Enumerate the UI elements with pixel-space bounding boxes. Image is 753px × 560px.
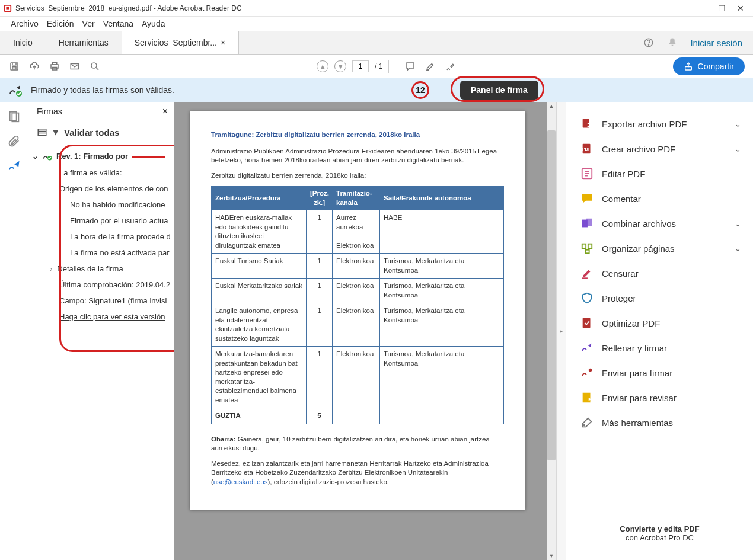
tool-label: Comentar: [602, 194, 641, 204]
sig-row-viewversion[interactable]: Haga clic para ver esta versión: [28, 309, 174, 325]
redacted-signer-name: [132, 153, 165, 159]
page-current-input[interactable]: [352, 60, 369, 72]
cell-channel: Aurrez aurrekoaElektronikoa: [333, 210, 380, 254]
scroll-thumb[interactable]: [547, 130, 556, 460]
sig-row-field: Campo: Signature1 (firma invisi: [28, 293, 174, 309]
signin-link[interactable]: Iniciar sesión: [690, 38, 742, 48]
close-window-button[interactable]: ✕: [736, 4, 745, 13]
share-button[interactable]: Compartir: [673, 57, 745, 75]
tool-enviar-para-revisar[interactable]: Enviar para revisar: [566, 385, 753, 410]
tool-crear-archivo-pdf[interactable]: PDF Crear archivo PDF ⌄: [566, 136, 753, 161]
tool-label: Organizar páginas: [602, 244, 675, 254]
scroll-down-arrow[interactable]: ▼: [547, 553, 556, 559]
tab-tools[interactable]: Herramientas: [46, 31, 122, 54]
tool-combinar-archivos[interactable]: Combinar archivos ⌄: [566, 211, 753, 236]
validate-all-row[interactable]: ▾ Validar todas: [28, 121, 174, 143]
right-tools-panel: Exportar archivo PDF ⌄PDF Crear archivo …: [566, 102, 753, 560]
menu-archivo[interactable]: Archivo: [11, 19, 39, 28]
vertical-scrollbar[interactable]: ▲ ▼: [547, 102, 556, 560]
cell-service: Merkataritza-banaketaren prestakuntzan b…: [212, 347, 307, 408]
right-panel-collapse-handle[interactable]: ▸: [556, 102, 566, 560]
page-down-icon[interactable]: ▼: [334, 60, 346, 72]
doc-p1: Administrazio Publikoen Administrazio Pr…: [211, 147, 504, 165]
tool-comentar[interactable]: Comentar: [566, 186, 753, 211]
menu-ayuda[interactable]: Ayuda: [142, 19, 165, 28]
svg-rect-26: [585, 250, 589, 254]
tool-censurar[interactable]: Censurar: [566, 261, 753, 286]
attachment-icon[interactable]: [8, 135, 21, 148]
cell-count: 1: [307, 254, 333, 279]
menu-ver[interactable]: Ver: [82, 19, 95, 28]
page-nav: ▲ ▼ / 1: [317, 60, 389, 73]
tool-editar-pdf[interactable]: Editar PDF: [566, 161, 753, 186]
sign-pen-icon[interactable]: [445, 60, 457, 72]
tab-tools-label: Herramientas: [59, 38, 109, 47]
tool-enviar-para-firmar[interactable]: Enviar para firmar: [566, 360, 753, 385]
print-icon[interactable]: [49, 60, 60, 72]
upgrade-promo[interactable]: Convierte y edita PDF con Acrobat Pro DC: [566, 516, 753, 551]
sig-row-notactive: La firma no está activada par: [28, 245, 174, 261]
tool-icon: [580, 391, 594, 404]
cell-dept: Turismoa, Merkataritza eta Kontsumoa: [380, 303, 504, 347]
scroll-up-arrow[interactable]: ▲: [547, 103, 556, 109]
svg-point-4: [649, 44, 649, 45]
tool-icon: PDF: [580, 142, 594, 155]
bell-icon[interactable]: [666, 37, 678, 49]
cell-dept: HABE: [380, 210, 504, 254]
chevron-down-icon: ⌄: [735, 145, 741, 153]
page-up-icon[interactable]: ▲: [317, 60, 328, 72]
close-panel-icon[interactable]: ×: [162, 106, 168, 117]
signature-panel-button[interactable]: Panel de firma: [460, 81, 538, 100]
tab-home[interactable]: Inicio: [0, 31, 46, 54]
cell-dept: Turismoa, Merkataritza eta Kontsumoa: [380, 347, 504, 408]
upgrade-line1: Convierte y edita PDF: [572, 524, 747, 533]
doc-footer-email[interactable]: use@euskadi.eus: [213, 478, 268, 485]
tool-icon: [580, 167, 594, 180]
chevron-down-icon: ⌄: [735, 244, 741, 253]
search-icon[interactable]: [89, 60, 101, 72]
annotation-badge-12: 12: [411, 81, 429, 99]
sig-row-details[interactable]: ›Detalles de la firma: [28, 261, 174, 277]
signature-panel-icon[interactable]: [8, 160, 21, 173]
sig-row-signedby: Firmado por el usuario actua: [28, 213, 174, 229]
sig-row-details-label: Detalles de la firma: [57, 264, 123, 273]
minimize-button[interactable]: —: [698, 4, 707, 13]
close-tab-icon[interactable]: ×: [221, 38, 225, 47]
save-icon[interactable]: [8, 60, 20, 72]
tool-m-s-herramientas[interactable]: Más herramientas: [566, 410, 753, 435]
document-area: Tramitagune: Zerbitzu digitalizatu berri…: [174, 102, 556, 560]
cell-count: 1: [307, 303, 333, 347]
comment-bubble-icon[interactable]: [404, 60, 416, 72]
tab-document[interactable]: Servicios_Septiembr... ×: [122, 31, 239, 54]
email-icon[interactable]: [69, 60, 81, 72]
rev1-title-row[interactable]: ⌄ Rev. 1: Firmado por: [28, 147, 174, 165]
cell-dept: Turismoa, Merkataritza eta Kontsumoa: [380, 254, 504, 279]
chevron-right-icon: ›: [50, 264, 52, 273]
tool-icon: [580, 316, 594, 329]
cloud-upload-icon[interactable]: [28, 60, 40, 72]
signature-valid-small-icon: [42, 151, 53, 161]
tool-icon: [580, 341, 594, 354]
doc-note-bold: Oharra:: [211, 436, 236, 443]
help-icon[interactable]: [643, 37, 655, 49]
tool-icon: [580, 292, 594, 305]
tool-rellenar-y-firmar[interactable]: Rellenar y firmar: [566, 335, 753, 360]
tool-proteger[interactable]: Proteger: [566, 286, 753, 311]
tool-label: Combinar archivos: [602, 219, 676, 229]
th-count: [Proz. zk.]: [307, 187, 333, 210]
svg-point-11: [91, 63, 97, 68]
tool-exportar-archivo-pdf[interactable]: Exportar archivo PDF ⌄: [566, 111, 753, 136]
tool-icon: [580, 117, 594, 130]
maximize-button[interactable]: ☐: [717, 4, 726, 13]
thumbnails-icon[interactable]: [8, 110, 21, 123]
cell-channel: [333, 408, 380, 424]
menu-ventana[interactable]: Ventana: [103, 19, 133, 28]
tool-organizar-p-ginas[interactable]: Organizar páginas ⌄: [566, 236, 753, 261]
highlight-pen-icon[interactable]: [425, 60, 436, 72]
tool-optimizar-pdf[interactable]: Optimizar PDF: [566, 311, 753, 335]
menu-edicion[interactable]: Edición: [47, 19, 74, 28]
tool-label: Enviar para revisar: [602, 393, 677, 403]
tab-document-label: Servicios_Septiembr...: [135, 38, 217, 47]
table-row: HABEren euskara-mailak edo baliokideak g…: [212, 210, 504, 254]
doc-footer-post: ), edozein digitalizazio-prozesu hasteko…: [267, 478, 389, 485]
